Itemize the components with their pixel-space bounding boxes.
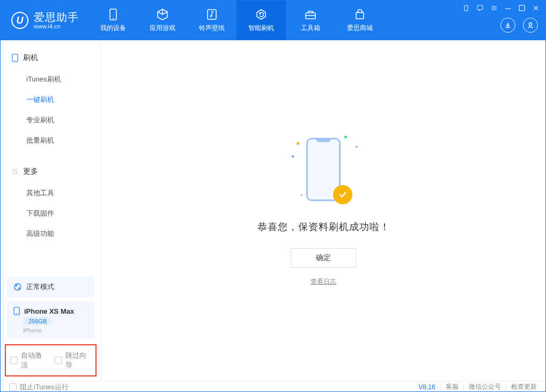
download-icon[interactable] (500, 18, 515, 33)
store-icon (353, 8, 366, 21)
menu-icon[interactable] (490, 4, 498, 12)
svg-rect-7 (519, 5, 525, 11)
footer-link-update[interactable]: 检查更新 (511, 382, 537, 391)
cube-icon (156, 8, 169, 21)
block-itunes-option[interactable]: 阻止iTunes运行 (9, 382, 69, 392)
main-content: ✦ ✦ ✦ 恭喜您，保资料刷机成功啦！ 确定 查看日志 (101, 40, 545, 381)
logo-area: U 爱思助手 www.i4.cn (1, 1, 88, 40)
device-icon (107, 8, 120, 21)
sidebar-item-oneclick-flash[interactable]: 一键刷机 (1, 90, 101, 110)
success-message: 恭喜您，保资料刷机成功啦！ (257, 220, 390, 233)
footer-link-support[interactable]: 客服 (446, 382, 459, 391)
feedback-icon[interactable] (476, 4, 484, 12)
header-right (500, 18, 538, 33)
checkbox-icon[interactable] (10, 357, 18, 364)
skip-guide-option[interactable]: 跳过向导 (55, 351, 92, 370)
checkbox-icon[interactable] (9, 383, 17, 391)
device-name: iPhone XS Max (24, 307, 74, 315)
sidebar-section-more: 更多 (1, 164, 101, 180)
window-controls (462, 4, 540, 12)
sidebar-item-advanced[interactable]: 高级功能 (1, 224, 101, 244)
svg-point-10 (14, 60, 16, 61)
tab-ringtone-wallpaper[interactable]: 铃声壁纸 (187, 1, 237, 40)
footer: 阻止iTunes运行 V8.16 | 客服 | 微信公众号 | 检查更新 (1, 381, 545, 392)
check-icon (333, 185, 352, 204)
user-icon[interactable] (523, 18, 538, 33)
phone-icon (11, 54, 19, 62)
svg-point-3 (210, 15, 212, 17)
device-capacity: 256GB (23, 317, 52, 325)
tshirt-icon[interactable] (462, 4, 470, 12)
tab-apps-games[interactable]: 应用游戏 (138, 1, 187, 40)
device-type: iPhone (23, 327, 41, 334)
music-icon (205, 8, 218, 21)
tab-toolbox[interactable]: 工具箱 (286, 1, 335, 40)
sidebar-item-download-firmware[interactable]: 下载固件 (1, 203, 101, 224)
toolbox-icon (304, 8, 317, 21)
maximize-button[interactable] (518, 4, 526, 12)
confirm-button[interactable]: 确定 (291, 248, 356, 268)
device-box[interactable]: iPhone XS Max 256GB iPhone (7, 301, 94, 339)
tab-store[interactable]: 爱思商城 (335, 1, 385, 40)
svg-point-11 (14, 284, 21, 290)
minimize-button[interactable] (504, 4, 512, 12)
svg-point-12 (16, 285, 17, 286)
svg-point-1 (113, 18, 114, 19)
sidebar: 刷机 iTunes刷机 一键刷机 专业刷机 批量刷机 更多 其他工具 下载固件 … (1, 40, 101, 381)
sidebar-item-other-tools[interactable]: 其他工具 (1, 183, 101, 203)
mode-box[interactable]: 正常模式 (7, 277, 94, 297)
close-button[interactable] (532, 4, 540, 12)
tab-my-device[interactable]: 我的设备 (88, 1, 138, 40)
tab-smart-flash[interactable]: 智能刷机 (237, 1, 286, 40)
success-illustration: ✦ ✦ ✦ (286, 135, 361, 210)
footer-link-wechat[interactable]: 微信公众号 (469, 382, 501, 391)
version-label: V8.16 (418, 383, 435, 391)
app-header: U 爱思助手 www.i4.cn 我的设备 应用游戏 铃声壁纸 智能刷机 工具箱 (1, 1, 545, 40)
sidebar-item-pro-flash[interactable]: 专业刷机 (1, 110, 101, 130)
device-phone-icon (13, 307, 20, 315)
mode-label: 正常模式 (26, 282, 54, 292)
svg-point-8 (529, 23, 532, 26)
app-subtitle: www.i4.cn (34, 23, 79, 29)
highlighted-options: 自动激活 跳过向导 (5, 344, 97, 376)
refresh-icon (255, 8, 268, 21)
svg-rect-6 (477, 5, 483, 10)
mode-icon (13, 283, 22, 291)
view-log-link[interactable]: 查看日志 (311, 277, 336, 286)
logo-icon: U (11, 12, 28, 29)
app-title: 爱思助手 (34, 11, 79, 23)
list-icon (11, 168, 19, 175)
svg-point-13 (18, 287, 20, 289)
sidebar-item-batch-flash[interactable]: 批量刷机 (1, 130, 101, 151)
svg-rect-5 (356, 12, 364, 19)
svg-point-15 (16, 313, 17, 314)
checkbox-icon[interactable] (55, 357, 62, 364)
sidebar-item-itunes-flash[interactable]: iTunes刷机 (1, 69, 101, 90)
sidebar-section-flash: 刷机 (1, 50, 101, 66)
auto-activate-option[interactable]: 自动激活 (10, 351, 47, 370)
main-tabs: 我的设备 应用游戏 铃声壁纸 智能刷机 工具箱 爱思商城 (88, 1, 385, 40)
